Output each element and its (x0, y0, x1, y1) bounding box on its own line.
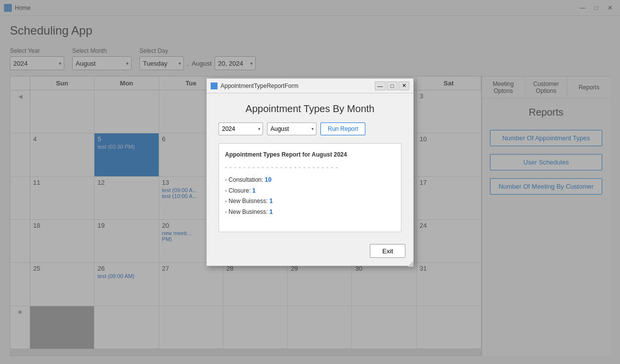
consultation-value: 10 (265, 176, 271, 183)
modal-footer: Exit (207, 240, 413, 266)
closure-value: 1 (252, 187, 256, 194)
modal-maximize-button[interactable]: □ (387, 81, 398, 90)
report-item-new-business: - New Business: 1 (225, 207, 395, 218)
modal-titlebar: AppointmentTypeReportForm — □ ✕ (207, 79, 413, 93)
modal-minimize-button[interactable]: — (375, 81, 386, 90)
new-buisness-value: 1 (269, 198, 273, 204)
modal-title: AppointmentTypeReportForm (221, 82, 375, 89)
modal-month-select[interactable]: August (267, 122, 316, 135)
report-output: Appointment Types Report for August 2024… (219, 143, 401, 232)
exit-button[interactable]: Exit (370, 244, 405, 258)
modal-icon (211, 82, 218, 89)
modal-body: Appointment Types By Month 2024 August R… (207, 93, 413, 240)
run-report-button[interactable]: Run Report (320, 122, 365, 135)
modal-month-select-wrapper: August (267, 122, 316, 135)
new-business-value: 1 (269, 208, 273, 215)
modal-heading: Appointment Types By Month (219, 103, 401, 115)
modal-window: AppointmentTypeReportForm — □ ✕ Appointm… (206, 78, 414, 266)
modal-filter-controls: 2024 August Run Report (219, 122, 401, 135)
modal-resize-handle[interactable] (407, 260, 413, 266)
report-item-closure: - Closure: 1 (225, 186, 395, 197)
modal-year-select[interactable]: 2024 (219, 122, 263, 135)
modal-year-select-wrapper: 2024 (219, 122, 263, 135)
report-title: Appointment Types Report for August 2024 (225, 150, 395, 161)
report-item-new-buisness: - New Buisness: 1 (225, 196, 395, 207)
modal-controls: — □ ✕ (375, 81, 409, 90)
modal-close-button[interactable]: ✕ (399, 81, 409, 90)
modal-overlay: AppointmentTypeReportForm — □ ✕ Appointm… (0, 0, 620, 364)
report-divider: - - - - - - - - - - - - - - - - - - - - … (225, 162, 395, 173)
report-item-consultation: - Consultation: 10 (225, 175, 395, 186)
